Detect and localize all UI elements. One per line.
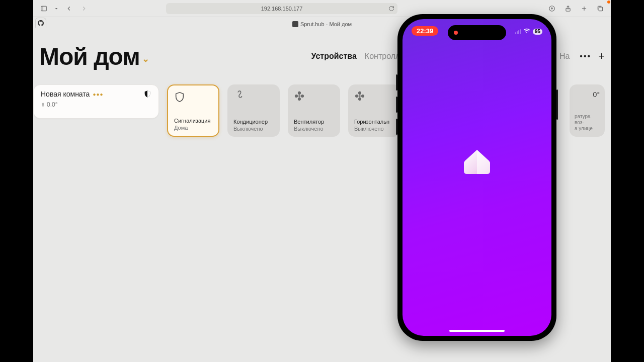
device-card-ac[interactable]: Кондиционер Выключено — [227, 84, 280, 137]
home-indicator[interactable] — [449, 330, 505, 332]
page-title[interactable]: Мой дом ⌄ — [39, 43, 149, 70]
nav-more[interactable]: На — [559, 52, 570, 61]
device-title: Кондиционер — [233, 119, 274, 125]
reload-button[interactable] — [388, 6, 394, 12]
downloads-button[interactable] — [546, 3, 557, 14]
share-button[interactable] — [562, 3, 574, 14]
favicon-icon — [292, 21, 298, 27]
device-title: Горизонтальн — [354, 119, 394, 125]
address-bar[interactable]: 192.168.150.177 — [166, 3, 397, 14]
more-options-button[interactable]: ••• — [580, 52, 591, 61]
device-card-horizontal[interactable]: Горизонтальн Выключено — [348, 84, 400, 137]
back-button[interactable] — [63, 3, 74, 14]
sidebar-toggle-button[interactable] — [38, 3, 49, 14]
nav-devices[interactable]: Устройства — [311, 52, 357, 61]
status-time-recording[interactable]: 22:39 — [412, 26, 438, 36]
svg-rect-6 — [599, 7, 603, 11]
notification-dot — [607, 1, 610, 4]
temperature-label: ратура воз- а улице — [575, 114, 600, 132]
room-temp-value: 0.0° — [47, 101, 57, 108]
fan-icon — [294, 90, 305, 102]
recording-dot-icon — [454, 31, 458, 35]
device-card-fan[interactable]: Вентилятор Выключено — [288, 84, 340, 137]
device-status: Дома — [174, 125, 212, 131]
home-app-icon — [463, 149, 491, 175]
room-options-icon[interactable]: ●●● — [93, 92, 103, 97]
shield-icon — [143, 90, 151, 98]
dynamic-island[interactable] — [448, 25, 506, 40]
temperature-value: 0° — [575, 90, 600, 99]
thermometer-icon — [41, 102, 45, 108]
fan-icon — [354, 90, 365, 102]
device-status: Выключено — [294, 126, 334, 132]
header-actions: ••• + — [580, 50, 605, 63]
forward-button[interactable] — [78, 3, 90, 14]
svg-point-8 — [359, 95, 361, 97]
page-title-text: Мой дом — [39, 43, 140, 70]
ac-icon — [233, 90, 245, 102]
room-name: Новая комната — [41, 90, 90, 98]
sidebar-menu-chevron[interactable] — [53, 3, 59, 14]
svg-point-7 — [298, 95, 300, 97]
device-title: Сигнализация — [174, 118, 212, 124]
phone-screen[interactable]: 22:39 95 — [403, 19, 551, 336]
temperature-card[interactable]: 0° ратура воз- а улице — [570, 84, 605, 137]
chevron-down-icon: ⌄ — [142, 53, 149, 64]
tabs-overview-button[interactable] — [595, 3, 606, 14]
device-status: Выключено — [354, 126, 394, 132]
battery-indicator: 95 — [533, 29, 542, 35]
room-temperature: 0.0° — [41, 101, 151, 108]
address-text: 192.168.150.177 — [261, 6, 303, 12]
room-card[interactable]: Новая комната ●●● 0.0° — [33, 84, 159, 119]
status-right: 95 — [515, 27, 542, 36]
svg-rect-0 — [41, 6, 47, 11]
new-tab-button[interactable] — [579, 3, 590, 14]
iphone-mockup: 22:39 95 — [397, 14, 556, 341]
cellular-icon — [515, 29, 521, 34]
device-card-alarm[interactable]: Сигнализация Дома — [167, 84, 219, 137]
tab-title-text: Sprut.hub - Мой дом — [300, 21, 352, 27]
device-status: Выключено — [233, 126, 274, 132]
shield-icon — [174, 92, 185, 103]
device-title: Вентилятор — [294, 119, 334, 125]
wifi-icon — [523, 27, 530, 36]
add-button[interactable]: + — [598, 50, 605, 63]
phone-time: 22:39 — [417, 27, 433, 35]
